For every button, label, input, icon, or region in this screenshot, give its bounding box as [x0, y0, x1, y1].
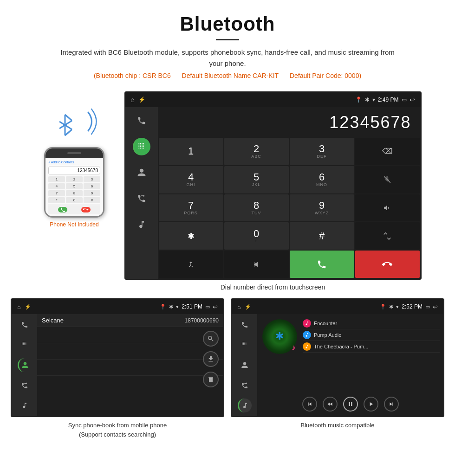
sidebar-phone-icon[interactable] — [133, 112, 150, 129]
music-sidebar — [232, 314, 257, 416]
dial-key-7[interactable]: 7PQRS — [159, 194, 223, 222]
dial-key-merge[interactable] — [159, 251, 223, 278]
dial-key-2[interactable]: 2ABC — [224, 138, 289, 165]
back-icon[interactable]: ↩ — [410, 96, 415, 103]
dial-key-hash[interactable]: # — [290, 222, 354, 250]
svg-line-3 — [65, 129, 72, 135]
pb-sidebar-phone[interactable] — [18, 318, 32, 332]
phone-key-3[interactable]: 3 — [84, 176, 100, 182]
sidebar-contacts-icon[interactable] — [133, 164, 150, 181]
mus-status-time: 2:52 PM — [402, 303, 422, 310]
dial-key-9[interactable]: 9WXYZ — [290, 194, 354, 222]
mus-back-icon[interactable]: ↩ — [433, 303, 438, 310]
mus-sidebar-call-transfer[interactable] — [238, 379, 252, 392]
location-icon: 📍 — [355, 96, 362, 103]
music-status-bar: ⌂ ⚡ 📍 ✱ ▾ 2:52 PM ▭ ↩ — [232, 299, 443, 314]
dial-key-call[interactable] — [290, 251, 354, 278]
phone-area: + Add to Contacts 12345678 1 2 3 4 5 6 7… — [34, 91, 115, 228]
search-contact-button[interactable] — [203, 331, 219, 347]
phone-key-6[interactable]: 6 — [84, 183, 100, 189]
music-caption-item: Bluetooth music compatible — [231, 421, 444, 439]
dial-key-backspace[interactable]: ⌫ — [355, 138, 420, 165]
car-status-bar-dial: ⌂ ⚡ 📍 ✱ ▾ 2:49 PM ▭ ↩ — [125, 92, 421, 107]
pb-sidebar-keypad[interactable] — [18, 338, 32, 352]
track-2-icon — [303, 331, 311, 339]
phone-bottom-bar — [48, 205, 100, 214]
phone-key-1[interactable]: 1 — [48, 176, 65, 182]
dial-key-1[interactable]: 1 — [159, 138, 223, 165]
bottom-captions: Sync phone-book from mobile phone (Suppo… — [0, 417, 455, 448]
mus-battery-icon: ▭ — [425, 304, 430, 310]
pb-bt-icon: ✱ — [169, 304, 173, 310]
bt-wave-icon — [74, 105, 98, 138]
phone-key-hash[interactable]: # — [84, 197, 100, 203]
track-2-name: Pump Audio — [314, 332, 341, 338]
download-contacts-button[interactable] — [203, 351, 219, 367]
usb-icon: ⚡ — [138, 96, 145, 103]
phonebook-caption-line1: Sync phone-book from mobile phone — [68, 422, 167, 429]
phone-key-7[interactable]: 7 — [48, 190, 65, 196]
music-note-icon: ♪ — [292, 343, 296, 353]
play-next-button[interactable] — [384, 397, 399, 412]
pb-back-icon[interactable]: ↩ — [213, 303, 218, 310]
phone-key-9[interactable]: 9 — [84, 190, 100, 196]
dial-key-mute[interactable] — [355, 166, 420, 193]
wifi-icon: ▾ — [372, 96, 375, 103]
phone-key-5[interactable]: 5 — [66, 183, 83, 189]
dial-key-end[interactable] — [355, 251, 420, 278]
mus-sidebar-contacts[interactable] — [238, 358, 252, 372]
status-right: 📍 ✱ ▾ 2:49 PM ▭ ↩ — [355, 96, 415, 103]
music-screen-frame: ⌂ ⚡ 📍 ✱ ▾ 2:52 PM ▭ ↩ — [231, 298, 444, 417]
dial-key-5[interactable]: 5JKL — [224, 166, 289, 193]
phonebook-content: Seicane 18700000690 — [12, 314, 223, 416]
track-item-2[interactable]: Pump Audio — [303, 329, 440, 341]
sidebar-music-icon[interactable] — [133, 216, 150, 233]
track-item-1[interactable]: Encounter — [303, 318, 440, 329]
phone-call-button[interactable] — [58, 207, 67, 212]
dial-key-star[interactable]: ✱ — [159, 222, 223, 250]
phone-add-contact: + Add to Contacts — [48, 160, 100, 165]
phone-key-4[interactable]: 4 — [48, 183, 65, 189]
mus-location-icon: 📍 — [380, 304, 386, 310]
phone-key-2[interactable]: 2 — [66, 176, 83, 182]
mus-home-icon: ⌂ — [237, 303, 241, 310]
dial-key-6[interactable]: 6MNO — [290, 166, 354, 193]
delete-contact-button[interactable] — [203, 372, 219, 387]
track-item-3[interactable]: The Cheebacra - Pum... — [303, 341, 440, 353]
phone-key-0[interactable]: 0 — [66, 197, 83, 203]
pb-status-right: 📍 ✱ ▾ 2:51 PM ▭ ↩ — [160, 303, 218, 310]
mus-sidebar-phone[interactable] — [238, 318, 252, 332]
phone-key-8[interactable]: 8 — [66, 190, 83, 196]
dial-key-8[interactable]: 8TUV — [224, 194, 289, 222]
phone-end-button[interactable] — [81, 207, 91, 212]
contact-number: 18700000690 — [185, 317, 219, 324]
dial-key-hold[interactable] — [224, 251, 289, 278]
status-left: ⌂ ⚡ — [131, 96, 145, 103]
play-button[interactable] — [364, 397, 378, 412]
sidebar-keypad-icon[interactable] — [133, 138, 150, 155]
pb-sidebar-music[interactable] — [18, 399, 32, 412]
pause-button[interactable] — [343, 397, 358, 412]
seek-back-button[interactable] — [323, 397, 338, 412]
track-3-name: The Cheebacra - Pum... — [314, 344, 368, 349]
phonebook-caption: Sync phone-book from mobile phone (Suppo… — [11, 421, 224, 439]
play-prev-button[interactable] — [302, 397, 317, 412]
sidebar-call-transfer-icon[interactable] — [133, 190, 150, 207]
pb-status-time: 2:51 PM — [182, 303, 202, 310]
contact-row-3 — [37, 360, 223, 376]
dial-key-speaker[interactable] — [355, 194, 420, 222]
mus-sidebar-music-active[interactable] — [238, 399, 252, 412]
contact-name: Seicane — [42, 317, 185, 324]
page-title: Bluetooth — [19, 13, 436, 35]
dial-key-0[interactable]: 0+ — [224, 222, 289, 250]
pb-sidebar-contacts[interactable] — [18, 358, 32, 372]
dial-key-swap[interactable] — [355, 222, 420, 250]
page-header: Bluetooth Integrated with BC6 Bluetooth … — [0, 0, 455, 87]
dial-key-4[interactable]: 4GHI — [159, 166, 223, 193]
pb-status-left: ⌂ ⚡ — [17, 303, 31, 310]
dial-grid: 1 2ABC 3DEF ⌫ 4GHI 5JKL 6MNO 7PQRS 8T — [158, 137, 421, 279]
pb-sidebar-call-transfer[interactable] — [18, 379, 32, 392]
mus-sidebar-keypad[interactable] — [238, 338, 252, 352]
phone-key-star[interactable]: * — [48, 197, 65, 203]
dial-key-3[interactable]: 3DEF — [290, 138, 354, 165]
